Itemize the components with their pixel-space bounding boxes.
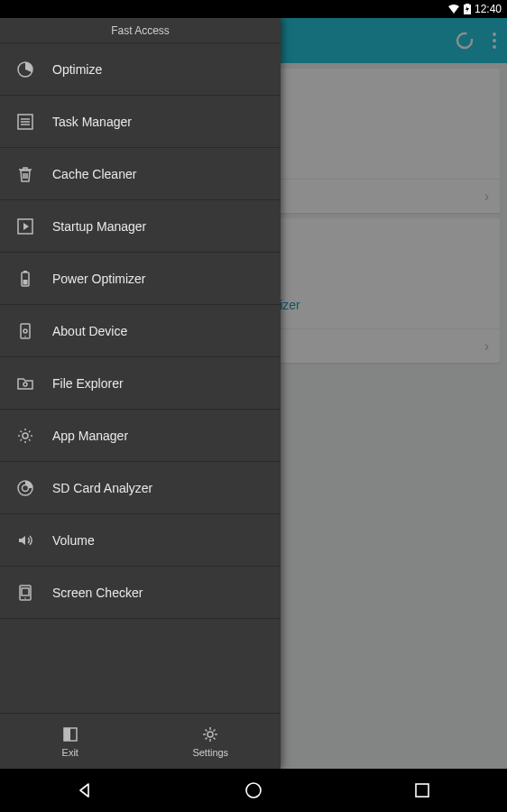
drawer-item-sd-card-analyzer[interactable]: SD Card Analyzer: [0, 462, 281, 514]
navigation-drawer: Fast Access OptimizeTask ManagerCache Cl…: [0, 18, 281, 769]
settings-label: Settings: [192, 747, 228, 758]
drawer-item-label: Optimize: [52, 62, 102, 77]
phone-info-icon: [16, 322, 34, 340]
svg-rect-29: [22, 588, 29, 595]
list-icon: [16, 113, 34, 131]
svg-rect-32: [64, 728, 70, 741]
screen-icon: [16, 584, 34, 602]
drawer-item-file-explorer[interactable]: File Explorer: [0, 357, 281, 410]
drawer-list: OptimizeTask ManagerCache CleanerStartup…: [0, 43, 281, 713]
nav-back-button[interactable]: [49, 772, 121, 808]
svg-point-5: [493, 45, 496, 49]
svg-point-22: [23, 329, 27, 333]
drawer-item-task-manager[interactable]: Task Manager: [0, 96, 281, 148]
play-icon: [16, 217, 34, 235]
svg-point-30: [24, 597, 26, 599]
drawer-item-volume[interactable]: Volume: [0, 514, 281, 567]
svg-rect-35: [416, 784, 429, 797]
svg-point-2: [457, 33, 472, 48]
drawer-item-optimize[interactable]: Optimize: [0, 43, 281, 96]
drawer-item-label: SD Card Analyzer: [52, 481, 152, 495]
folder-icon: [16, 374, 34, 392]
svg-point-25: [23, 433, 28, 438]
drawer-item-label: Startup Manager: [52, 219, 146, 234]
volume-icon: [16, 531, 34, 549]
exit-label: Exit: [62, 747, 78, 758]
drawer-item-power-optimizer[interactable]: Power Optimizer: [0, 253, 281, 305]
drawer-item-label: App Manager: [52, 429, 128, 443]
drawer-item-cache-cleaner[interactable]: Cache Cleaner: [0, 148, 281, 200]
drawer-item-label: Task Manager: [52, 115, 132, 129]
svg-point-24: [23, 383, 27, 386]
svg-rect-19: [23, 271, 27, 272]
drawer-item-label: Power Optimizer: [52, 272, 145, 286]
settings-button[interactable]: Settings: [141, 714, 281, 769]
drawer-item-about-device[interactable]: About Device: [0, 305, 281, 357]
system-nav-bar: [0, 769, 507, 812]
drawer-title: Fast Access: [0, 18, 281, 43]
svg-rect-20: [23, 280, 28, 285]
exit-button[interactable]: Exit: [0, 714, 141, 769]
battery-icon: [16, 270, 34, 288]
donut-icon: [16, 479, 34, 497]
svg-point-33: [207, 732, 213, 737]
overflow-menu-icon[interactable]: [493, 32, 496, 49]
gear-icon: [16, 427, 34, 445]
nav-recent-button[interactable]: [386, 772, 458, 808]
svg-point-34: [246, 783, 261, 798]
status-bar: 12:40: [0, 0, 507, 18]
svg-point-4: [493, 39, 496, 42]
svg-point-3: [493, 32, 496, 36]
drawer-item-label: File Explorer: [52, 376, 124, 391]
svg-point-27: [23, 484, 29, 491]
settings-gear-icon: [200, 724, 220, 744]
wifi-icon: [447, 4, 460, 14]
drawer-item-screen-checker[interactable]: Screen Checker: [0, 567, 281, 619]
refresh-icon[interactable]: [455, 31, 475, 51]
drawer-footer: Exit Settings: [0, 713, 281, 769]
status-time: 12:40: [475, 3, 502, 15]
drawer-item-label: Cache Cleaner: [52, 167, 136, 181]
battery-charging-icon: [464, 4, 471, 14]
nav-home-button[interactable]: [217, 772, 290, 808]
trash-icon: [16, 165, 34, 183]
drawer-item-label: Volume: [52, 533, 95, 548]
drawer-item-label: Screen Checker: [52, 586, 143, 600]
drawer-item-label: About Device: [52, 324, 127, 338]
exit-icon: [60, 724, 80, 744]
svg-rect-1: [466, 4, 469, 5]
drawer-item-app-manager[interactable]: App Manager: [0, 410, 281, 462]
drawer-item-startup-manager[interactable]: Startup Manager: [0, 200, 281, 253]
svg-point-23: [24, 336, 26, 337]
pie-icon: [16, 60, 34, 78]
